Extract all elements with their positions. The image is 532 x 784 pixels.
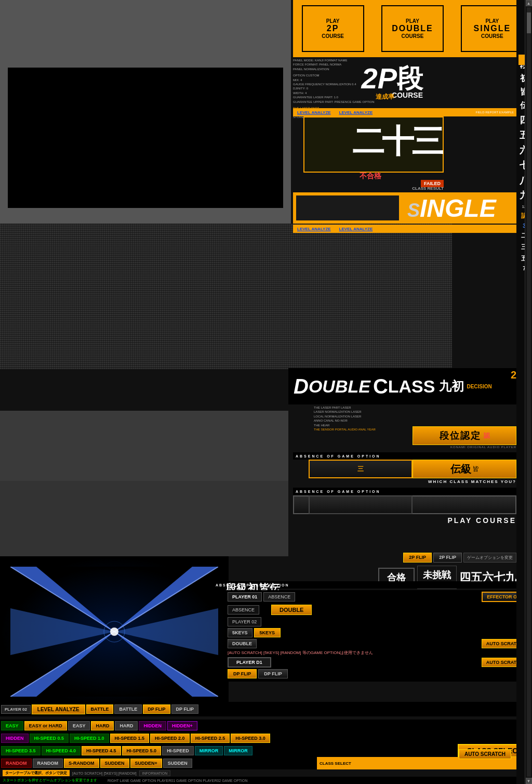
big-kanji-result: 二十三 bbox=[352, 120, 441, 163]
easy-or-hard-btn[interactable]: EASY or HARD bbox=[24, 721, 67, 730]
class-result-label: CLASS RESULT bbox=[412, 186, 444, 191]
kanji-nine-first: 九初 bbox=[439, 378, 464, 395]
class-number-2: 2 bbox=[511, 369, 516, 381]
main-container: PLAY 2P COURSE PLAY DOUBLE COURSE PLAY S… bbox=[0, 0, 532, 784]
single-course-area: SINGLE bbox=[293, 192, 516, 224]
video-display bbox=[8, 68, 283, 208]
hi-speed-20-btn[interactable]: HI-SPEED 2.0 bbox=[150, 734, 190, 743]
hi-speed-10-btn[interactable]: HI-SPEED 1.0 bbox=[70, 734, 109, 743]
dan-ninntei-btn[interactable]: 段位認定 認 bbox=[413, 426, 516, 445]
sudden-btn[interactable]: SUDDEN bbox=[100, 759, 129, 768]
single-course-btn[interactable]: PLAY SINGLE COURSE bbox=[461, 5, 523, 52]
mirror-2-btn[interactable]: MIRROR bbox=[224, 746, 252, 755]
2p-flip-btn-2[interactable]: 2P FLIP bbox=[433, 553, 462, 563]
dp-flip-row: DP FLIP DP FLIP bbox=[228, 669, 528, 678]
battle-btn-1[interactable]: BATTLE bbox=[86, 704, 114, 714]
double-dark-btn[interactable]: DOUBLE bbox=[228, 639, 257, 648]
hi-speed-30-btn[interactable]: HI-SPEED 3.0 bbox=[231, 734, 270, 743]
level-analyze-bar-2: LEVEL ANALYZE LEVEL ANALYZE bbox=[293, 225, 516, 233]
denkyu-dark-btn[interactable]: 三 bbox=[309, 460, 413, 478]
5keys-row: 5KEYS 5KEYS bbox=[228, 628, 528, 637]
orange-indicator bbox=[518, 55, 525, 65]
player-d1-field: PLAYER D1 bbox=[228, 657, 271, 668]
5keys-btn[interactable]: 5KEYS bbox=[228, 628, 252, 637]
double-course-btn[interactable]: PLAY DOUBLE COURSE bbox=[381, 5, 444, 52]
5keys-orange-btn[interactable]: 5KEYS bbox=[254, 628, 281, 637]
absence-bar-2: ABSENCE OF GAME OPTION bbox=[293, 488, 516, 495]
auto-scratch-info: [AUTO SCRATCH] [5KEYS] [RANDOM] bbox=[72, 772, 137, 775]
player01-row: PLAYER 01 ABSENCE EFFECTOR OFF bbox=[228, 592, 528, 602]
sudden-2-btn[interactable]: SUDDEN bbox=[163, 759, 192, 768]
denkyu-btn[interactable]: 伝級 皆 bbox=[413, 460, 516, 478]
battle-btn-2[interactable]: BATTLE bbox=[114, 704, 142, 714]
dp-flip-btn-2[interactable]: DP FLIP bbox=[258, 669, 287, 678]
scroll-track bbox=[527, 7, 531, 777]
hi-speed-45-btn[interactable]: HI-SPEED 4.5 bbox=[82, 746, 121, 755]
scroll-up-arrow[interactable]: ▲ bbox=[526, 0, 532, 6]
dan-kanji: 段 bbox=[397, 61, 423, 96]
2p-large-display: 2P bbox=[362, 61, 397, 95]
double-btn[interactable]: DOUBLE bbox=[271, 605, 312, 615]
s-random-btn[interactable]: S-RANDOM bbox=[64, 759, 99, 768]
hi-speed-btn[interactable]: HI-SPEED bbox=[162, 746, 194, 755]
easy-2-btn[interactable]: EASY bbox=[68, 721, 90, 730]
auto-scratch-bottom-btn[interactable]: AUTO SCRATCH bbox=[459, 749, 511, 759]
svg-point-11 bbox=[110, 628, 118, 636]
failed-status: 不合格 bbox=[360, 172, 381, 181]
information-btn[interactable]: INFORMATION bbox=[139, 770, 170, 776]
absence-label-1: ABSENCE bbox=[263, 592, 295, 602]
hi-speed-15-btn[interactable]: HI-SPEED 1.5 bbox=[110, 734, 150, 743]
dp-flip-btn-1[interactable]: DP FLIP bbox=[228, 669, 257, 678]
player02-label: PLAYER 02 bbox=[1, 705, 31, 714]
class-word: C bbox=[373, 375, 388, 398]
hard-2-btn[interactable]: HARD bbox=[115, 721, 138, 730]
player-options-area: PLAYER 01 ABSENCE EFFECTOR OFF ABSENCE D… bbox=[226, 590, 529, 682]
start-info-bar: スタートボタンを押すとゲームオプションを変更できます RIGHT LANE GA… bbox=[0, 777, 532, 784]
play-course-label: PLAY COURSE bbox=[447, 516, 516, 525]
laser-display bbox=[0, 556, 229, 707]
scroll-thumb[interactable] bbox=[527, 12, 531, 33]
level-analyze-btn[interactable]: LEVEL ANALYZE bbox=[32, 704, 85, 714]
bottom-control-row-1: PLAYER 02 LEVEL ANALYZE BATTLE BATTLE DP… bbox=[0, 702, 532, 716]
top-section bbox=[0, 0, 291, 224]
game-section-1 bbox=[0, 411, 288, 481]
random-btn[interactable]: RANDOM bbox=[1, 759, 32, 768]
sudden-plus-btn[interactable]: SUDDEN+ bbox=[130, 759, 162, 768]
absence-bar-1: ABSENCE OF GAME OPTION bbox=[293, 452, 516, 460]
player02-field: PLAYER 02 bbox=[228, 617, 261, 626]
play-course-dark-btn2[interactable] bbox=[309, 495, 413, 514]
noise-section bbox=[0, 224, 452, 369]
hidden-btn[interactable]: HIDDEN bbox=[139, 721, 166, 730]
hi-speed-05-btn[interactable]: HI-SPEED 0.5 bbox=[30, 734, 69, 743]
single-inner-display bbox=[296, 195, 400, 221]
hi-speed-50-btn[interactable]: HI-SPEED 5.0 bbox=[122, 746, 162, 755]
double-auto-row: DOUBLE AUTO SCRATCH bbox=[228, 639, 528, 648]
2p-flip-btn-1[interactable]: 2P FLIP bbox=[403, 553, 432, 563]
info-bar-middle: ターンテーブルで選択、ボタンで決定 [AUTO SCRATCH] [5KEYS]… bbox=[0, 769, 532, 777]
absence-2-label: ABSENCE bbox=[228, 605, 259, 615]
mirror-btn[interactable]: MIRROR bbox=[195, 746, 223, 755]
bottom-row-hispeed-mirror: HI-SPEED 3.5 HI-SPEED 4.0 HI-SPEED 4.5 H… bbox=[0, 744, 532, 757]
scroll-down-arrow[interactable]: ▼ bbox=[526, 778, 532, 784]
turntable-info: ターンテーブルで選択、ボタンで決定 bbox=[3, 770, 70, 776]
auto-scratch-note: [AUTO SCRATCH] [5KEYS] [RANDOM] 等のGAME O… bbox=[228, 650, 528, 656]
game-section-2 bbox=[0, 481, 288, 556]
2p-course-btn[interactable]: PLAY 2P COURSE bbox=[302, 5, 364, 52]
bottom-row-hidden-hispeed: HIDDEN HI-SPEED 0.5 HI-SPEED 1.0 HI-SPEE… bbox=[0, 732, 532, 744]
game-option-change-btn[interactable]: ゲームオプションを変更 bbox=[463, 553, 516, 563]
random-2-btn[interactable]: RANDOM bbox=[33, 759, 63, 768]
hi-speed-25-btn[interactable]: HI-SPEED 2.5 bbox=[191, 734, 230, 743]
double-word: D bbox=[294, 375, 309, 398]
hidden-2-btn[interactable]: HIDDEN bbox=[1, 734, 29, 743]
player01-field: PLAYER 01 bbox=[228, 592, 262, 602]
hi-speed-40-btn[interactable]: HI-SPEED 4.0 bbox=[42, 746, 81, 755]
hidden-plus-btn[interactable]: HIDDEN+ bbox=[167, 721, 197, 730]
which-class-label: WHICH CLASS MATCHES YOU? bbox=[428, 479, 516, 484]
dp-flip-bottom-2[interactable]: DP FLIP bbox=[171, 704, 198, 714]
easy-btn[interactable]: EASY bbox=[1, 721, 23, 730]
hi-speed-35-btn[interactable]: HI-SPEED 3.5 bbox=[1, 746, 41, 755]
hard-btn[interactable]: HARD bbox=[91, 721, 114, 730]
dp-flip-bottom-1[interactable]: DP FLIP bbox=[143, 704, 170, 714]
double-option-row: ABSENCE DOUBLE 89 bbox=[228, 604, 528, 616]
laser-x-graphic bbox=[10, 567, 218, 697]
